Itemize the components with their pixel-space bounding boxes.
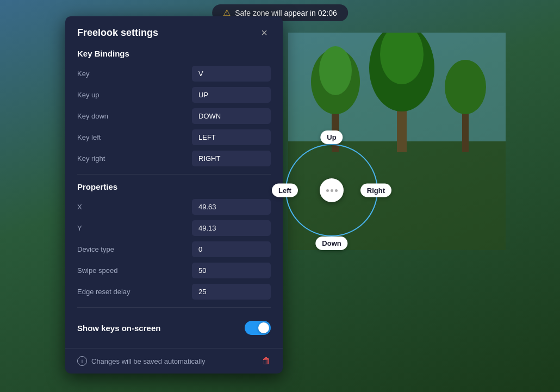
info-icon: i (77, 356, 87, 366)
direction-down[interactable]: Down (315, 237, 347, 250)
show-keys-row: Show keys on-screen (77, 315, 271, 338)
dialog-header: Freelook settings × (65, 16, 283, 47)
divider-1 (77, 174, 271, 175)
device-type-input[interactable] (192, 241, 271, 257)
show-keys-label: Show keys on-screen (77, 323, 160, 333)
key-down-label: Key down (77, 112, 192, 120)
swipe-speed-input[interactable] (192, 263, 271, 278)
device-type-label: Device type (77, 245, 192, 253)
key-down-input[interactable] (192, 108, 271, 124)
key-left-label: Key left (77, 133, 192, 141)
key-label: Key (77, 70, 192, 78)
edge-reset-row: Edge reset delay (77, 284, 271, 300)
key-row: Key (77, 66, 271, 82)
swipe-speed-label: Swipe speed (77, 266, 192, 275)
dot-center (331, 189, 333, 192)
y-label: Y (77, 224, 192, 232)
y-row: Y (77, 220, 271, 236)
svg-point-9 (445, 60, 486, 114)
key-up-label: Key up (77, 91, 192, 99)
joystick-center-dots (326, 189, 338, 192)
direction-up[interactable]: Up (320, 130, 343, 144)
trash-icon[interactable]: 🗑 (262, 356, 271, 366)
svg-point-4 (319, 46, 352, 95)
freelook-dialog: Freelook settings × Key Bindings Key Key… (65, 16, 283, 374)
device-type-row: Device type (77, 241, 271, 257)
joystick-container: Up Down Left Right (272, 130, 391, 250)
show-keys-toggle[interactable] (245, 321, 271, 335)
divider-2 (77, 307, 271, 308)
dot-right (335, 189, 338, 192)
direction-left[interactable]: Left (272, 184, 298, 197)
key-right-label: Key right (77, 154, 192, 163)
x-label: X (77, 203, 192, 211)
swipe-speed-row: Swipe speed (77, 263, 271, 278)
direction-right[interactable]: Right (360, 184, 391, 197)
close-button[interactable]: × (258, 26, 271, 39)
properties-title: Properties (77, 182, 271, 191)
key-left-input[interactable] (192, 129, 271, 145)
key-down-row: Key down (77, 108, 271, 124)
key-right-input[interactable] (192, 151, 271, 166)
edge-reset-label: Edge reset delay (77, 288, 192, 296)
key-left-row: Key left (77, 129, 271, 145)
key-bindings-title: Key Bindings (77, 49, 271, 58)
dialog-footer: i Changes will be saved automatically 🗑 (65, 348, 283, 374)
autosave-text: Changes will be saved automatically (91, 357, 206, 365)
toggle-thumb (258, 322, 269, 333)
x-input[interactable] (192, 199, 271, 215)
y-input[interactable] (192, 220, 271, 236)
key-right-row: Key right (77, 151, 271, 166)
footer-info: i Changes will be saved automatically (77, 356, 206, 366)
joystick-center[interactable] (320, 178, 344, 202)
dialog-title: Freelook settings (77, 27, 158, 39)
key-up-input[interactable] (192, 87, 271, 103)
edge-reset-input[interactable] (192, 284, 271, 300)
x-row: X (77, 199, 271, 215)
dot-left (326, 189, 329, 192)
key-up-row: Key up (77, 87, 271, 103)
dialog-body: Key Bindings Key Key up Key down Key lef… (65, 49, 283, 348)
key-input[interactable] (192, 66, 271, 82)
